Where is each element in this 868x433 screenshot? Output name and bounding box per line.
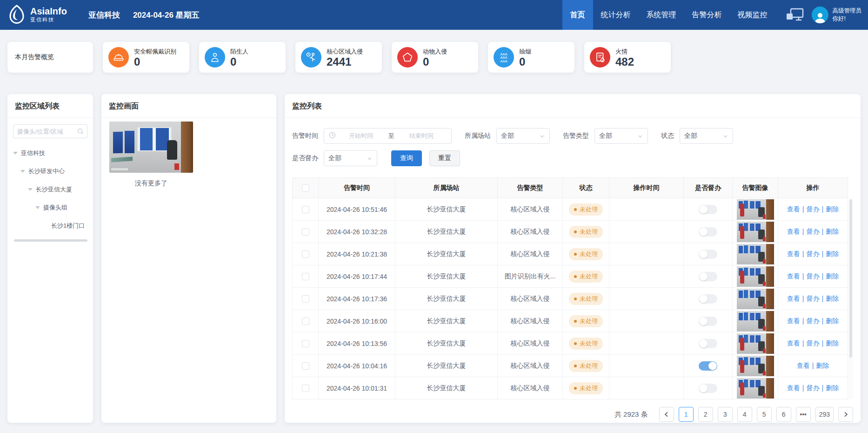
row-checkbox[interactable] [302,250,309,258]
row-checkbox[interactable] [302,385,309,392]
query-button[interactable]: 查询 [391,150,422,166]
alarm-image-thumbnail[interactable] [737,244,774,264]
page-button[interactable]: 2 [698,407,713,422]
action-separator: | [822,295,824,302]
page-button[interactable]: 293 [815,407,834,422]
avatar[interactable] [812,7,828,23]
delete-link[interactable]: 删除 [826,205,839,213]
end-time-placeholder[interactable]: 结束时间 [396,132,447,140]
tree-node[interactable]: 长沙1楼门口 [7,216,93,235]
row-checkbox[interactable] [302,362,309,370]
status-select[interactable]: 全部 [680,128,733,144]
page-button[interactable]: 3 [718,407,733,422]
tree-horizontal-scrollbar[interactable] [14,239,87,242]
camera-search-input[interactable] [13,124,87,138]
alarm-time-range-picker[interactable]: 开始时间 至 结束时间 [324,128,452,144]
alarm-image-thumbnail[interactable] [737,356,774,376]
supervise-link[interactable]: 督办 [807,339,820,347]
start-time-placeholder[interactable]: 开始时间 [336,132,387,140]
row-checkbox[interactable] [302,273,309,280]
supervise-link[interactable]: 督办 [807,384,820,392]
site-select[interactable]: 全部 [496,128,550,144]
alarm-image-thumbnail[interactable] [737,311,774,332]
view-link[interactable]: 查看 [787,272,800,280]
view-link[interactable]: 查看 [787,205,800,213]
delete-link[interactable]: 删除 [826,339,839,347]
camera-search-box [13,124,87,138]
delete-link[interactable]: 删除 [826,228,839,235]
supervise-toggle[interactable] [699,272,717,281]
page-button[interactable]: 1 [679,407,694,422]
scrollbar-thumb[interactable] [849,199,852,358]
tree-node[interactable]: 长沙研发中心 [7,162,93,180]
row-checkbox[interactable] [302,340,309,347]
supervise-link[interactable]: 督办 [807,228,820,235]
alarm-image-thumbnail[interactable] [737,333,774,354]
view-link[interactable]: 查看 [787,339,800,347]
supervise-toggle[interactable] [699,205,717,214]
table-row: 2024-04-26 10:16:00长沙亚信大厦核心区域入侵未处理查看|督办|… [293,310,848,332]
caret-down-icon[interactable] [13,152,18,155]
nav-item[interactable]: 首页 [562,0,593,30]
alarm-image-thumbnail[interactable] [737,199,774,220]
supervise-toggle[interactable] [699,339,717,348]
supervise-toggle[interactable] [699,361,717,371]
delete-link[interactable]: 删除 [826,295,839,302]
row-checkbox[interactable] [302,228,309,236]
supervise-link[interactable]: 督办 [807,205,820,213]
supervise-link[interactable]: 督办 [807,317,820,325]
supervise-toggle[interactable] [699,294,717,304]
supervise-link[interactable]: 督办 [807,250,820,257]
alarm-image-thumbnail[interactable] [737,378,774,399]
table-vertical-scrollbar[interactable] [848,198,853,399]
supervise-link[interactable]: 督办 [807,272,820,280]
view-link[interactable]: 查看 [787,384,800,392]
supervise-toggle[interactable] [699,227,717,237]
page-button[interactable]: 4 [737,407,752,422]
tree-node[interactable]: 长沙亚信大厦 [7,180,93,198]
alarm-image-thumbnail[interactable] [737,222,774,242]
view-link[interactable]: 查看 [787,317,800,325]
delete-link[interactable]: 删除 [826,384,839,392]
row-checkbox[interactable] [302,318,309,325]
caret-down-icon[interactable] [35,206,40,209]
nav-item[interactable]: 统计分析 [593,0,639,30]
alarm-image-thumbnail[interactable] [737,289,774,309]
alarm-image-thumbnail[interactable] [737,266,774,287]
supervise-select[interactable]: 全部 [324,150,377,166]
row-checkbox[interactable] [302,295,309,303]
caret-down-icon[interactable] [20,170,25,173]
supervise-toggle[interactable] [699,250,717,259]
supervise-toggle[interactable] [699,317,717,326]
camera-snapshot[interactable] [109,122,193,173]
page-button[interactable]: 5 [757,407,772,422]
supervise-link[interactable]: 督办 [807,295,820,302]
view-link[interactable]: 查看 [787,250,800,257]
view-link[interactable]: 查看 [787,295,800,302]
prev-page-button[interactable] [659,407,674,422]
select-all-checkbox[interactable] [302,184,309,192]
supervise-toggle[interactable] [699,384,717,393]
reset-button[interactable]: 重置 [429,150,460,166]
nav-item[interactable]: 告警分析 [684,0,730,30]
alarm-type-select[interactable]: 全部 [594,128,648,144]
next-page-button[interactable] [838,407,853,422]
view-link[interactable]: 查看 [787,228,800,235]
table-row: 2024-04-26 10:17:36长沙亚信大厦核心区域入侵未处理查看|督办|… [293,288,848,310]
page-button[interactable]: 6 [776,407,791,422]
monitor-screens-icon[interactable] [786,8,804,22]
more-pages-button[interactable]: ••• [796,407,811,422]
row-checkbox[interactable] [302,206,309,213]
delete-link[interactable]: 删除 [826,272,839,280]
nav-item[interactable]: 视频监控 [730,0,775,30]
search-icon[interactable] [77,128,84,137]
tree-node[interactable]: 亚信科技 [7,144,93,162]
nav-item[interactable]: 系统管理 [639,0,684,30]
view-link[interactable]: 查看 [797,362,810,369]
caret-down-icon[interactable] [28,188,33,191]
tree-node[interactable]: 摄像头组 [7,198,93,216]
status-dot-icon [574,208,577,211]
delete-link[interactable]: 删除 [826,317,839,325]
delete-link[interactable]: 删除 [816,362,829,369]
delete-link[interactable]: 删除 [826,250,839,257]
